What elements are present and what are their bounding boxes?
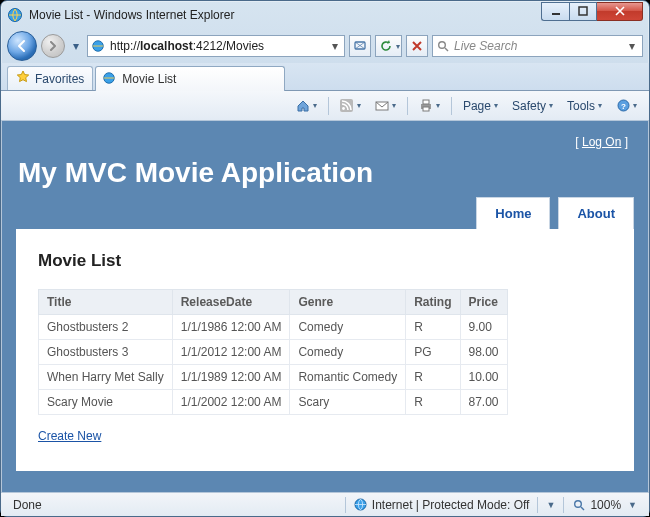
command-bar: ▾ ▾ ▾ ▾ Page▾ Safety▾ Tools▾ ?▾ bbox=[1, 91, 649, 121]
col-genre: Genre bbox=[290, 290, 406, 315]
forward-button[interactable] bbox=[41, 34, 65, 58]
favorites-label: Favorites bbox=[35, 72, 84, 86]
content-viewport: [ Log On ] My MVC Movie Application Home… bbox=[1, 121, 649, 492]
svg-point-8 bbox=[343, 107, 346, 110]
svg-point-5 bbox=[439, 42, 446, 49]
rss-icon bbox=[340, 99, 354, 113]
help-button[interactable]: ?▾ bbox=[610, 95, 643, 117]
create-new-link[interactable]: Create New bbox=[38, 429, 101, 443]
safety-menu[interactable]: Safety▾ bbox=[506, 95, 559, 117]
search-dropdown[interactable]: ▾ bbox=[625, 39, 639, 53]
page-title: My MVC Movie Application bbox=[18, 157, 634, 189]
table-row: When Harry Met Sally 1/1/1989 12:00 AM R… bbox=[39, 365, 508, 390]
home-button[interactable]: ▾ bbox=[290, 95, 323, 117]
protected-mode-dropdown[interactable]: ▼ bbox=[538, 493, 563, 516]
col-rating: Rating bbox=[406, 290, 460, 315]
tools-menu[interactable]: Tools▾ bbox=[561, 95, 608, 117]
col-title: Title bbox=[39, 290, 173, 315]
separator bbox=[328, 97, 329, 115]
content-panel: Movie List Title ReleaseDate Genre Ratin… bbox=[16, 229, 634, 471]
col-price: Price bbox=[460, 290, 507, 315]
print-button[interactable]: ▾ bbox=[413, 95, 446, 117]
table-header-row: Title ReleaseDate Genre Rating Price bbox=[39, 290, 508, 315]
svg-text:?: ? bbox=[621, 102, 626, 111]
separator bbox=[407, 97, 408, 115]
chevron-down-icon: ▾ bbox=[396, 42, 400, 51]
address-text: http://localhost:4212/Movies bbox=[110, 39, 328, 53]
logon-link[interactable]: Log On bbox=[582, 135, 621, 149]
recent-pages-dropdown[interactable]: ▾ bbox=[69, 35, 83, 57]
zoom-cell[interactable]: 100% ▼ bbox=[564, 493, 645, 516]
page-icon bbox=[90, 38, 106, 54]
zone-text: Internet | Protected Mode: Off bbox=[372, 498, 530, 512]
svg-rect-2 bbox=[579, 7, 587, 15]
window-title: Movie List - Windows Internet Explorer bbox=[29, 8, 541, 22]
zone-cell[interactable]: Internet | Protected Mode: Off bbox=[346, 493, 538, 516]
read-mail-button[interactable]: ▾ bbox=[369, 95, 402, 117]
globe-icon bbox=[354, 498, 368, 512]
list-heading: Movie List bbox=[38, 251, 612, 271]
window-controls bbox=[541, 2, 643, 21]
zoom-icon bbox=[572, 498, 586, 512]
tab-movie-list[interactable]: Movie List bbox=[95, 66, 285, 91]
svg-rect-11 bbox=[423, 100, 429, 104]
favorites-button[interactable]: Favorites bbox=[7, 66, 93, 90]
star-icon bbox=[16, 70, 30, 87]
browser-window: Movie List - Windows Internet Explorer ▾… bbox=[0, 0, 650, 517]
search-box[interactable]: Live Search ▾ bbox=[432, 35, 643, 57]
printer-icon bbox=[419, 99, 433, 113]
navigation-bar: ▾ http://localhost:4212/Movies ▾ ▾ Live … bbox=[1, 29, 649, 63]
help-icon: ? bbox=[616, 99, 630, 113]
logon-area: [ Log On ] bbox=[16, 131, 634, 157]
home-icon bbox=[296, 99, 310, 113]
minimize-button[interactable] bbox=[541, 2, 569, 21]
back-button[interactable] bbox=[7, 31, 37, 61]
status-bar: Done Internet | Protected Mode: Off ▼ 10… bbox=[1, 492, 649, 516]
col-releasedate: ReleaseDate bbox=[172, 290, 290, 315]
stop-button[interactable] bbox=[406, 35, 428, 57]
nav-home[interactable]: Home bbox=[476, 197, 550, 229]
movies-table: Title ReleaseDate Genre Rating Price Gho… bbox=[38, 289, 508, 415]
titlebar: Movie List - Windows Internet Explorer bbox=[1, 1, 649, 29]
zoom-text: 100% bbox=[590, 498, 621, 512]
feeds-button[interactable]: ▾ bbox=[334, 95, 367, 117]
table-row: Ghostbusters 2 1/1/1986 12:00 AM Comedy … bbox=[39, 315, 508, 340]
maximize-button[interactable] bbox=[569, 2, 597, 21]
tab-title: Movie List bbox=[122, 72, 176, 86]
nav-about[interactable]: About bbox=[558, 197, 634, 229]
ie-page-icon bbox=[102, 71, 116, 88]
mail-icon bbox=[375, 99, 389, 113]
page-body: [ Log On ] My MVC Movie Application Home… bbox=[2, 121, 648, 492]
compat-view-button[interactable] bbox=[349, 35, 371, 57]
close-button[interactable] bbox=[597, 2, 643, 21]
svg-rect-1 bbox=[552, 13, 560, 15]
search-icon bbox=[436, 39, 450, 53]
address-bar[interactable]: http://localhost:4212/Movies ▾ bbox=[87, 35, 345, 57]
separator bbox=[451, 97, 452, 115]
search-placeholder: Live Search bbox=[454, 39, 625, 53]
table-row: Scary Movie 1/1/2002 12:00 AM Scary R 87… bbox=[39, 390, 508, 415]
address-dropdown[interactable]: ▾ bbox=[328, 39, 342, 53]
nav-menu: Home About bbox=[16, 197, 634, 229]
tabs-row: Favorites Movie List bbox=[1, 63, 649, 91]
page-menu[interactable]: Page▾ bbox=[457, 95, 504, 117]
svg-rect-12 bbox=[423, 107, 429, 111]
refresh-button[interactable]: ▾ bbox=[375, 35, 402, 57]
table-row: Ghostbusters 3 1/1/2012 12:00 AM Comedy … bbox=[39, 340, 508, 365]
ie-icon bbox=[7, 7, 23, 23]
svg-point-16 bbox=[575, 500, 582, 507]
status-text: Done bbox=[5, 493, 345, 516]
